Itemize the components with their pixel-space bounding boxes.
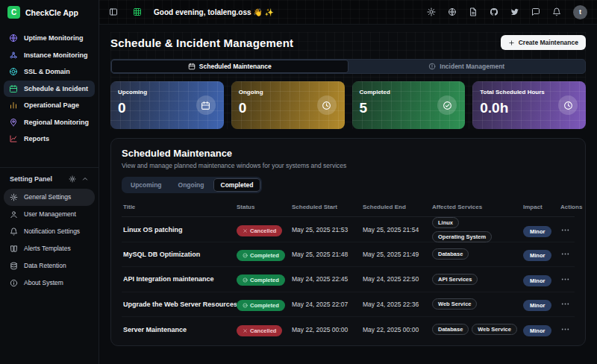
bell-icon[interactable] [552,7,561,16]
scheduled-end: May 24, 2025 22:36 [363,301,432,308]
plus-icon [508,40,515,46]
maintenance-title: MySQL DB Optimization [123,251,237,258]
sidebar: C CheckCle App Uptime Monitoring Instanc… [0,0,99,364]
row-actions-button[interactable] [560,249,570,259]
chat-icon[interactable] [531,7,540,16]
row-actions-button[interactable] [560,274,570,284]
status-badge-label: Completed [250,302,279,309]
stat-card: Total Scheduled Hours 0.0h [472,81,586,129]
status-filter-tab[interactable]: Upcoming [123,178,169,192]
chevron-up-icon[interactable] [81,175,89,183]
settings-item[interactable]: Data Retention [4,257,95,274]
app-name: CheckCle App [25,8,78,17]
service-tag: API Services [432,274,478,285]
app-logo-row: C CheckCle App [0,0,99,25]
row-actions-button[interactable] [560,299,570,309]
bar-chart-icon [9,101,18,110]
scheduled-end: May 24, 2025 22:50 [363,275,432,283]
sidebar-item[interactable]: Reports [4,131,95,148]
greeting-text: Good evening, tolaleng.oss 👋 ✨ [154,8,274,16]
impact-badge: Minor [523,226,551,237]
grid-icon[interactable] [133,7,142,16]
view-tab[interactable]: Incident Management [348,60,586,73]
check-circle-icon [243,253,248,258]
globe-icon[interactable] [448,7,457,16]
check-circle-icon [243,303,248,308]
status-badge: Completed [237,300,285,311]
status-filter-tab[interactable]: Completed [213,178,261,192]
bell-icon [10,228,18,236]
settings-item[interactable]: User Management [4,206,95,223]
setting-panel-header: Setting Panel [4,175,95,189]
view-tab[interactable]: Scheduled Maintenance [111,60,348,73]
sidebar-item[interactable]: Instance Monitoring [4,47,95,64]
twitter-icon[interactable] [510,7,519,16]
map-pin-icon [9,118,18,127]
sidebar-item[interactable]: Regional Monitoring [4,114,95,131]
panel-icon[interactable] [109,7,118,16]
setting-panel: Setting Panel General Settings Us [0,167,99,292]
scheduled-end: May 25, 2025 21:49 [363,251,432,258]
table-row: MySQL DB Optimization Completed May 25, … [122,242,575,268]
globe-icon [9,34,18,43]
section-title: Scheduled Maintenance [122,148,575,159]
check-circle-icon [243,277,248,283]
status-filter-tabs: Upcoming Ongoing Completed [122,177,262,193]
sidebar-item-label: Regional Monitoring [24,119,89,126]
row-actions-button[interactable] [560,324,570,334]
status-badge: Completed [237,250,285,261]
settings-item[interactable]: Alerts Templates [4,240,95,257]
settings-item-label: About System [24,279,63,286]
setting-panel-controls [69,175,89,183]
clock-icon [322,101,331,110]
sidebar-item[interactable]: Schedule & Incident [4,81,95,98]
create-maintenance-button[interactable]: Create Maintenance [501,35,586,50]
maintenance-title: Upgrade the Web Server Resources [123,301,237,308]
view-tab-label: Incident Management [440,63,504,70]
settings-item-label: Alerts Templates [24,245,71,252]
status-badge-label: Completed [250,277,279,283]
impact-badge: Minor [523,325,551,336]
settings-item[interactable]: Notification Settings [4,223,95,240]
scheduled-start: May 24, 2025 22:45 [292,275,363,283]
impact-badge: Minor [523,250,551,261]
alert-circle-icon [428,63,436,70]
user-avatar[interactable]: t [573,5,587,19]
sun-icon[interactable] [427,7,436,16]
table-row: Upgrade the Web Server Resources Complet… [122,292,575,318]
stat-card: Upcoming 0 [110,81,224,129]
stat-card-label: Ongoing [239,89,337,95]
main-top: Schedule & Incident Management Create Ma… [110,32,586,129]
sidebar-item[interactable]: SSL & Domain [4,63,95,81]
settings-item[interactable]: General Settings [4,189,95,206]
maintenance-title: API Integration maintenance [123,275,237,283]
service-tag: Database [432,324,469,335]
sidebar-nav: Uptime Monitoring Instance Monitoring SS… [0,25,99,148]
github-icon[interactable] [490,7,498,16]
gear-icon[interactable] [69,175,76,183]
header-right-icons: t [427,5,587,19]
table-column-header: Status [237,204,292,210]
status-filter-tab[interactable]: Ongoing [171,178,212,192]
file-icon[interactable] [469,7,478,16]
status-badge: Cancelled [237,225,282,236]
calendar-icon [201,101,210,110]
sidebar-item[interactable]: Uptime Monitoring [4,30,95,47]
line-chart-icon [9,134,18,143]
top-header: Good evening, tolaleng.oss 👋 ✨ t [99,0,597,25]
row-actions-button[interactable] [560,225,570,235]
nodes-icon [9,51,18,60]
scheduled-start: May 25, 2025 21:48 [292,251,363,258]
page-title: Schedule & Incident Management [110,37,293,49]
sidebar-item-label: SSL & Domain [24,68,70,75]
sidebar-item[interactable]: Operational Page [4,97,95,114]
sidebar-item-label: Schedule & Incident [24,85,88,92]
header-left-icons [109,7,142,16]
create-maintenance-label: Create Maintenance [519,39,578,46]
stat-card: Completed 5 [352,81,466,129]
content-column: Good evening, tolaleng.oss 👋 ✨ t [99,0,597,364]
settings-item[interactable]: About System [4,274,95,292]
sidebar-item-label: Instance Monitoring [24,51,88,59]
gear-icon [10,193,18,201]
service-tag: Operating System [432,231,492,242]
